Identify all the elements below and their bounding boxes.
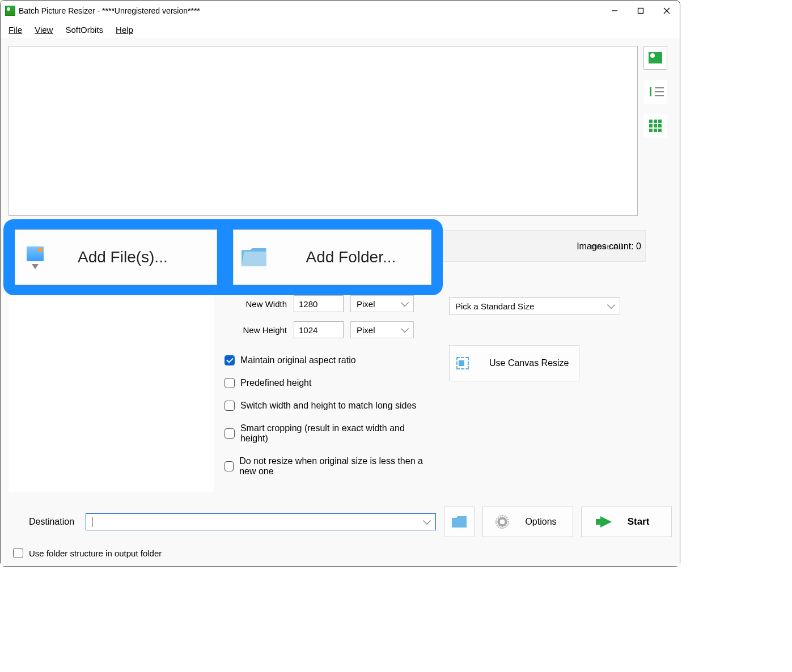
- checkbox-icon: [225, 401, 235, 411]
- list-icon: [650, 87, 661, 96]
- app-icon: [5, 6, 15, 16]
- chevron-down-icon: [423, 517, 431, 525]
- titlebar: Batch Picture Resizer - ****Unregistered…: [1, 1, 680, 21]
- use-folder-structure-checkbox[interactable]: Use folder structure in output folder: [13, 548, 162, 558]
- destination-input[interactable]: [86, 513, 436, 530]
- chevron-down-icon: [401, 299, 409, 307]
- view-list-button[interactable]: [643, 80, 667, 104]
- checkbox-icon: [225, 428, 235, 439]
- image-icon: [649, 52, 662, 63]
- minimize-button[interactable]: [602, 1, 628, 21]
- close-button[interactable]: [654, 1, 680, 21]
- canvas-resize-button[interactable]: Use Canvas Resize: [449, 345, 579, 381]
- no-resize-smaller-checkbox[interactable]: Do not resize when original size is less…: [225, 456, 434, 477]
- smart-crop-checkbox[interactable]: Smart cropping (result in exact width an…: [225, 423, 434, 444]
- new-height-label: New Height: [225, 325, 287, 335]
- window-title: Batch Picture Resizer - ****Unregistered…: [19, 6, 200, 15]
- maximize-icon: [637, 7, 644, 14]
- new-width-input[interactable]: [294, 295, 344, 312]
- maintain-aspect-checkbox[interactable]: Maintain original aspect ratio: [225, 355, 434, 365]
- menubar: File View SoftOrbits Help: [1, 21, 680, 38]
- destination-label: Destination: [29, 517, 74, 527]
- add-folder-button[interactable]: Add Folder...: [233, 229, 432, 285]
- svg-rect-1: [638, 8, 643, 14]
- bottom-bar: Destination Options Start: [9, 506, 672, 538]
- arrow-right-icon: [600, 516, 612, 528]
- browse-folder-button[interactable]: [444, 507, 475, 537]
- folder-icon: [452, 516, 467, 528]
- add-file-icon: [27, 246, 44, 268]
- options-button[interactable]: Options: [482, 507, 573, 537]
- menu-softorbits[interactable]: SoftOrbits: [65, 25, 103, 35]
- minimize-icon: [611, 7, 618, 14]
- close-icon: [663, 7, 670, 14]
- menu-view[interactable]: View: [35, 25, 53, 35]
- standard-size-select[interactable]: Pick a Standard Size: [449, 297, 620, 314]
- switch-wh-checkbox[interactable]: Switch width and height to match long si…: [225, 401, 434, 411]
- width-unit-select[interactable]: Pixel: [350, 295, 414, 312]
- preview-pane[interactable]: [9, 46, 638, 216]
- new-height-input[interactable]: [294, 321, 344, 338]
- resize-panel: New Width Pixel New Height Pixel Maintai…: [225, 295, 646, 477]
- images-count-label: Images count: 0: [577, 241, 641, 252]
- thumbnail-list[interactable]: [9, 295, 214, 492]
- new-width-label: New Width: [225, 299, 287, 309]
- gear-icon: [495, 515, 509, 529]
- add-buttons-highlight: Add File(s)... Add Folder...: [3, 219, 443, 295]
- predefined-height-checkbox[interactable]: Predefined height: [225, 378, 434, 388]
- app-window: Batch Picture Resizer - ****Unregistered…: [0, 0, 680, 567]
- grid-icon: [649, 120, 662, 132]
- checkbox-icon: [13, 548, 23, 558]
- checkbox-icon: [225, 378, 235, 388]
- canvas-icon: [456, 357, 469, 369]
- chevron-down-icon: [401, 325, 409, 333]
- text-cursor: [92, 517, 92, 527]
- chevron-down-icon: [607, 301, 615, 309]
- start-button[interactable]: Start: [581, 507, 672, 537]
- height-unit-select[interactable]: Pixel: [350, 321, 414, 338]
- menu-file[interactable]: File: [9, 25, 22, 35]
- menu-help[interactable]: Help: [116, 25, 133, 35]
- checkbox-icon: [225, 461, 234, 471]
- view-grid-button[interactable]: [643, 114, 667, 138]
- maximize-button[interactable]: [628, 1, 654, 21]
- add-files-button[interactable]: Add File(s)...: [15, 229, 217, 285]
- view-thumbnails-button[interactable]: [643, 46, 667, 70]
- checkbox-icon: [225, 355, 235, 365]
- folder-icon: [242, 248, 266, 266]
